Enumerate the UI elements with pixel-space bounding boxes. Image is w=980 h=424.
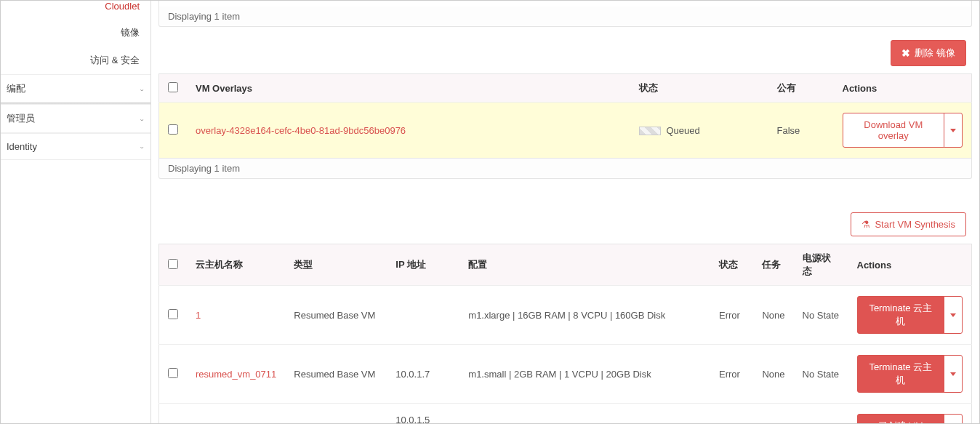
top-table-footer: Displaying 1 item — [158, 7, 972, 27]
col-actions: Actions — [848, 244, 972, 286]
sidebar-section-admin[interactable]: 管理员 ⌄ — [1, 104, 150, 133]
action-dropdown-toggle[interactable] — [944, 414, 963, 423]
type-cell: Resumed Base VM — [285, 404, 387, 424]
task-cell: None — [753, 404, 793, 424]
row-checkbox[interactable] — [168, 368, 178, 378]
start-vm-synthesis-button[interactable]: Start VM Synthesis — [851, 212, 966, 236]
chevron-down-icon: ⌄ — [139, 116, 145, 121]
col-ip: IP 地址 — [387, 244, 459, 286]
sidebar-section-orchestration[interactable]: 编配 ⌄ — [1, 74, 150, 103]
close-icon: ✖ — [901, 47, 910, 59]
sidebar: Cloudlet 镜像 访问 & 安全 编配 ⌄ 管理员 ⌄ Identity … — [1, 1, 151, 423]
table-row: resumed_vm_0710 Resumed Base VM 10.0.1.5… — [159, 404, 972, 424]
vm-action-button[interactable]: 已创建 VM Overlay — [857, 414, 945, 423]
col-power: 电源状态 — [794, 244, 848, 286]
action-dropdown-toggle[interactable] — [944, 113, 963, 148]
sidebar-item-access-security[interactable]: 访问 & 安全 — [1, 47, 150, 74]
ip-cell: 10.0.1.7 — [387, 345, 459, 404]
vm-table: 云主机名称 类型 IP 地址 配置 状态 任务 电源状态 Actions 1 R… — [158, 244, 972, 423]
col-config: 配置 — [459, 244, 710, 286]
config-cell: m1.xlarge | 16GB RAM | 8 VCPU | 160GB Di… — [459, 286, 710, 345]
status-text: Queued — [667, 125, 700, 136]
row-checkbox[interactable] — [168, 124, 178, 135]
col-status: 状态 — [630, 74, 768, 103]
select-all-checkbox[interactable] — [168, 82, 178, 92]
type-cell: Resumed Base VM — [285, 345, 387, 404]
vm-name-link[interactable]: 1 — [196, 310, 201, 321]
power-cell: No State — [794, 286, 848, 345]
progress-stripe-icon — [639, 127, 661, 135]
sidebar-section-label: 编配 — [7, 82, 25, 95]
chevron-down-icon: ⌄ — [139, 86, 145, 92]
ip-cell: 10.0.1.5浮动IP: 192.168.20.2 — [387, 404, 459, 424]
button-label: 删除 镜像 — [915, 47, 955, 60]
table-row: overlay-4328e164-cefc-4be0-81ad-9bdc56be… — [159, 103, 972, 159]
col-vm-name: 云主机名称 — [187, 244, 285, 286]
power-cell: No State — [794, 345, 848, 404]
action-dropdown-toggle[interactable] — [944, 296, 963, 334]
status-cell: Error — [710, 286, 753, 345]
sidebar-section-label: Identity — [7, 141, 37, 152]
power-cell: Running — [794, 404, 848, 424]
delete-image-button[interactable]: ✖ 删除 镜像 — [891, 40, 966, 66]
sidebar-item-cloudlet[interactable]: Cloudlet — [1, 1, 150, 19]
caret-down-icon — [950, 372, 956, 376]
sidebar-section-identity[interactable]: Identity ⌄ — [1, 133, 150, 160]
table-row: resumed_vm_0711 Resumed Base VM 10.0.1.7… — [159, 345, 972, 404]
button-label: Start VM Synthesis — [875, 219, 955, 230]
sidebar-section-label: 管理员 — [7, 112, 35, 125]
col-actions: Actions — [834, 74, 972, 103]
sidebar-item-images[interactable]: 镜像 — [1, 19, 150, 47]
vm-action-button[interactable]: Terminate 云主机 — [857, 296, 945, 334]
caret-down-icon — [950, 313, 956, 317]
table-row: 1 Resumed Base VM m1.xlarge | 16GB RAM |… — [159, 286, 972, 345]
overlay-name-link[interactable]: overlay-4328e164-cefc-4be0-81ad-9bdc56be… — [196, 125, 406, 136]
config-cell: m1.small | 2GB RAM | 1 VCPU | 20GB Disk — [459, 404, 710, 424]
col-type: 类型 — [285, 244, 387, 286]
col-task: 任务 — [753, 244, 793, 286]
overlay-table: VM Overlays 状态 公有 Actions overlay-4328e1… — [158, 73, 972, 159]
task-cell: None — [753, 345, 793, 404]
col-status: 状态 — [710, 244, 753, 286]
row-checkbox[interactable] — [168, 309, 178, 319]
download-overlay-button[interactable]: Download VM overlay — [843, 113, 945, 148]
status-cell: Active — [710, 404, 753, 424]
ip-cell — [387, 286, 459, 345]
config-cell: m1.small | 2GB RAM | 1 VCPU | 20GB Disk — [459, 345, 710, 404]
select-all-checkbox[interactable] — [168, 259, 178, 269]
public-cell: False — [768, 103, 834, 159]
main-content: Displaying 1 item ✖ 删除 镜像 VM Overlays 状态… — [151, 1, 979, 423]
flask-icon — [861, 219, 870, 230]
vm-name-link[interactable]: resumed_vm_0711 — [196, 369, 276, 380]
task-cell: None — [753, 286, 793, 345]
type-cell: Resumed Base VM — [285, 286, 387, 345]
col-name: VM Overlays — [187, 74, 630, 103]
action-dropdown-toggle[interactable] — [944, 355, 963, 393]
caret-down-icon — [950, 129, 956, 132]
overlay-table-footer: Displaying 1 item — [158, 159, 972, 179]
chevron-down-icon: ⌄ — [139, 144, 145, 150]
status-cell: Error — [710, 345, 753, 404]
col-public: 公有 — [768, 74, 834, 103]
vm-action-button[interactable]: Terminate 云主机 — [857, 355, 945, 393]
